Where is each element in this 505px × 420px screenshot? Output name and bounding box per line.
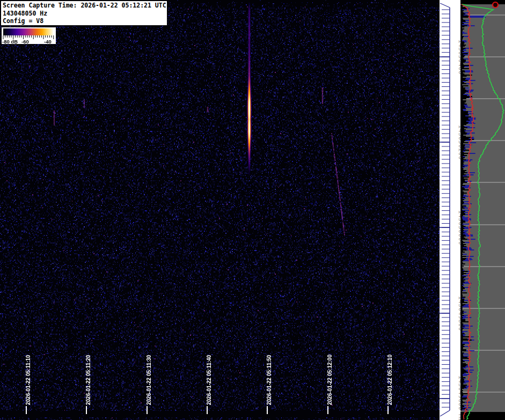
db-color-scale: -80 dB -60 -40 bbox=[2, 27, 56, 44]
time-axis-label: 2026-01-22 05:11:40 bbox=[206, 355, 212, 405]
color-gradient-bar bbox=[3, 28, 53, 35]
time-axis-label: 2026-01-22 05:12:00 bbox=[327, 355, 333, 405]
time-axis-tick bbox=[207, 406, 208, 414]
red-circle-marker-icon bbox=[493, 2, 498, 8]
db-label: -60 bbox=[21, 39, 29, 45]
time-axis-tick bbox=[387, 406, 389, 414]
capture-info-box: Screen Capture Time: 2026-01-22 05:12:21… bbox=[1, 1, 167, 26]
frequency-axis: 1430504001430502001430500001430498001430… bbox=[440, 0, 460, 420]
time-axis-tick bbox=[147, 406, 148, 414]
time-axis-label: 2026-01-22 05:11:50 bbox=[266, 355, 272, 405]
config-text: Config = V8 bbox=[3, 17, 165, 25]
spectrum-panel bbox=[460, 0, 505, 420]
screen-capture-view: 2026-01-22 05:11:102026-01-22 05:11:2020… bbox=[0, 0, 505, 420]
db-label: -80 dB bbox=[2, 39, 18, 45]
db-label: -40 bbox=[44, 39, 52, 45]
time-axis-label: 2026-01-22 05:11:30 bbox=[146, 355, 152, 405]
capture-time-text: Screen Capture Time: 2026-01-22 05:12:21… bbox=[3, 2, 165, 10]
time-axis-tick bbox=[26, 406, 27, 414]
time-axis-tick bbox=[327, 406, 328, 414]
time-axis-tick bbox=[86, 406, 87, 414]
time-axis-label: 2026-01-22 05:11:20 bbox=[85, 355, 91, 405]
time-axis-label: 2026-01-22 05:12:10 bbox=[387, 355, 393, 405]
time-axis-tick bbox=[267, 406, 268, 414]
time-axis-label: 2026-01-22 05:11:10 bbox=[25, 355, 31, 405]
waterfall-spectrogram bbox=[0, 0, 440, 420]
frequency-text: 143048050 Hz bbox=[3, 10, 165, 18]
